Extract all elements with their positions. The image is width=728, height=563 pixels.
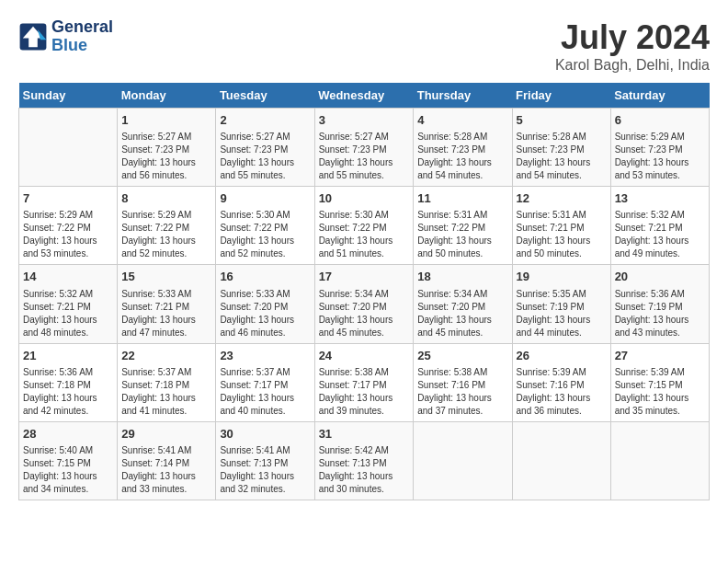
day-info: Sunrise: 5:33 AM Sunset: 7:21 PM Dayligh… bbox=[121, 288, 211, 339]
day-info: Sunrise: 5:40 AM Sunset: 7:15 PM Dayligh… bbox=[23, 444, 113, 496]
table-row: 21Sunrise: 5:36 AM Sunset: 7:18 PM Dayli… bbox=[19, 343, 118, 421]
day-info: Sunrise: 5:30 AM Sunset: 7:22 PM Dayligh… bbox=[220, 209, 310, 260]
day-number: 16 bbox=[220, 269, 310, 285]
day-info: Sunrise: 5:35 AM Sunset: 7:19 PM Dayligh… bbox=[517, 288, 607, 339]
table-row: 18Sunrise: 5:34 AM Sunset: 7:20 PM Dayli… bbox=[414, 265, 512, 343]
table-row: 6Sunrise: 5:29 AM Sunset: 7:23 PM Daylig… bbox=[610, 109, 709, 187]
table-row: 4Sunrise: 5:28 AM Sunset: 7:23 PM Daylig… bbox=[414, 109, 512, 187]
table-row: 26Sunrise: 5:39 AM Sunset: 7:16 PM Dayli… bbox=[512, 343, 610, 421]
day-info: Sunrise: 5:38 AM Sunset: 7:16 PM Dayligh… bbox=[417, 366, 507, 418]
logo-text-blue: Blue bbox=[51, 37, 113, 55]
table-row: 19Sunrise: 5:35 AM Sunset: 7:19 PM Dayli… bbox=[512, 265, 610, 343]
table-row: 27Sunrise: 5:39 AM Sunset: 7:15 PM Dayli… bbox=[610, 343, 709, 421]
table-row: 7Sunrise: 5:29 AM Sunset: 7:22 PM Daylig… bbox=[19, 187, 118, 265]
day-number: 31 bbox=[319, 426, 410, 442]
table-row: 20Sunrise: 5:36 AM Sunset: 7:19 PM Dayli… bbox=[610, 265, 709, 343]
table-row: 15Sunrise: 5:33 AM Sunset: 7:21 PM Dayli… bbox=[118, 265, 216, 343]
day-number: 22 bbox=[121, 348, 211, 364]
day-info: Sunrise: 5:39 AM Sunset: 7:16 PM Dayligh… bbox=[517, 366, 607, 418]
table-row: 29Sunrise: 5:41 AM Sunset: 7:14 PM Dayli… bbox=[118, 421, 216, 500]
day-number: 12 bbox=[517, 190, 607, 207]
day-info: Sunrise: 5:39 AM Sunset: 7:15 PM Dayligh… bbox=[615, 366, 705, 418]
day-info: Sunrise: 5:27 AM Sunset: 7:23 PM Dayligh… bbox=[319, 131, 410, 182]
table-row: 24Sunrise: 5:38 AM Sunset: 7:17 PM Dayli… bbox=[314, 343, 414, 421]
calendar-week-row: 21Sunrise: 5:36 AM Sunset: 7:18 PM Dayli… bbox=[19, 343, 710, 421]
month-year-title: July 2024 bbox=[555, 18, 710, 57]
col-monday: Monday bbox=[118, 83, 216, 109]
day-info: Sunrise: 5:29 AM Sunset: 7:22 PM Dayligh… bbox=[121, 209, 211, 260]
day-info: Sunrise: 5:33 AM Sunset: 7:20 PM Dayligh… bbox=[220, 288, 310, 339]
title-area: July 2024 Karol Bagh, Delhi, India bbox=[555, 18, 710, 74]
day-number: 6 bbox=[615, 112, 705, 129]
day-number: 30 bbox=[220, 426, 310, 442]
table-row: 14Sunrise: 5:32 AM Sunset: 7:21 PM Dayli… bbox=[19, 265, 118, 343]
calendar-week-row: 14Sunrise: 5:32 AM Sunset: 7:21 PM Dayli… bbox=[19, 265, 710, 343]
col-friday: Friday bbox=[512, 83, 610, 109]
table-row: 9Sunrise: 5:30 AM Sunset: 7:22 PM Daylig… bbox=[216, 187, 314, 265]
day-info: Sunrise: 5:41 AM Sunset: 7:14 PM Dayligh… bbox=[121, 444, 211, 496]
day-number: 27 bbox=[615, 348, 705, 364]
day-info: Sunrise: 5:34 AM Sunset: 7:20 PM Dayligh… bbox=[417, 288, 507, 339]
table-row: 23Sunrise: 5:37 AM Sunset: 7:17 PM Dayli… bbox=[216, 343, 314, 421]
table-row: 17Sunrise: 5:34 AM Sunset: 7:20 PM Dayli… bbox=[314, 265, 414, 343]
table-row: 3Sunrise: 5:27 AM Sunset: 7:23 PM Daylig… bbox=[314, 109, 414, 187]
day-info: Sunrise: 5:42 AM Sunset: 7:13 PM Dayligh… bbox=[319, 444, 410, 496]
table-row: 12Sunrise: 5:31 AM Sunset: 7:21 PM Dayli… bbox=[512, 187, 610, 265]
day-info: Sunrise: 5:28 AM Sunset: 7:23 PM Dayligh… bbox=[517, 131, 607, 182]
day-number: 5 bbox=[517, 112, 607, 129]
day-info: Sunrise: 5:28 AM Sunset: 7:23 PM Dayligh… bbox=[417, 131, 507, 182]
table-row: 22Sunrise: 5:37 AM Sunset: 7:18 PM Dayli… bbox=[118, 343, 216, 421]
day-info: Sunrise: 5:27 AM Sunset: 7:23 PM Dayligh… bbox=[121, 131, 211, 182]
day-info: Sunrise: 5:37 AM Sunset: 7:17 PM Dayligh… bbox=[220, 366, 310, 418]
day-number: 19 bbox=[517, 269, 607, 285]
table-row bbox=[19, 109, 118, 187]
table-row: 25Sunrise: 5:38 AM Sunset: 7:16 PM Dayli… bbox=[414, 343, 512, 421]
day-info: Sunrise: 5:36 AM Sunset: 7:19 PM Dayligh… bbox=[615, 288, 705, 339]
logo-icon bbox=[18, 22, 48, 52]
table-row: 31Sunrise: 5:42 AM Sunset: 7:13 PM Dayli… bbox=[314, 421, 414, 500]
day-number: 10 bbox=[319, 190, 410, 207]
day-number: 13 bbox=[615, 190, 705, 207]
table-row: 28Sunrise: 5:40 AM Sunset: 7:15 PM Dayli… bbox=[19, 421, 118, 500]
day-number: 2 bbox=[220, 112, 310, 129]
table-row bbox=[414, 421, 512, 500]
calendar-table: Sunday Monday Tuesday Wednesday Thursday… bbox=[18, 83, 710, 500]
day-info: Sunrise: 5:37 AM Sunset: 7:18 PM Dayligh… bbox=[121, 366, 211, 418]
day-info: Sunrise: 5:31 AM Sunset: 7:22 PM Dayligh… bbox=[417, 209, 507, 260]
day-number: 3 bbox=[319, 112, 410, 129]
col-thursday: Thursday bbox=[414, 83, 512, 109]
location-subtitle: Karol Bagh, Delhi, India bbox=[555, 57, 710, 74]
table-row: 8Sunrise: 5:29 AM Sunset: 7:22 PM Daylig… bbox=[118, 187, 216, 265]
page-header: General Blue July 2024 Karol Bagh, Delhi… bbox=[18, 18, 710, 74]
day-number: 26 bbox=[517, 348, 607, 364]
col-sunday: Sunday bbox=[19, 83, 118, 109]
day-number: 24 bbox=[319, 348, 410, 364]
day-info: Sunrise: 5:29 AM Sunset: 7:22 PM Dayligh… bbox=[23, 209, 113, 260]
calendar-week-row: 1Sunrise: 5:27 AM Sunset: 7:23 PM Daylig… bbox=[19, 109, 710, 187]
day-number: 11 bbox=[417, 190, 507, 207]
day-info: Sunrise: 5:41 AM Sunset: 7:13 PM Dayligh… bbox=[220, 444, 310, 496]
col-tuesday: Tuesday bbox=[216, 83, 314, 109]
day-number: 14 bbox=[23, 269, 113, 285]
col-saturday: Saturday bbox=[610, 83, 709, 109]
day-number: 7 bbox=[23, 190, 113, 207]
table-row bbox=[512, 421, 610, 500]
table-row: 16Sunrise: 5:33 AM Sunset: 7:20 PM Dayli… bbox=[216, 265, 314, 343]
day-number: 28 bbox=[23, 426, 113, 442]
day-info: Sunrise: 5:27 AM Sunset: 7:23 PM Dayligh… bbox=[220, 131, 310, 182]
day-number: 9 bbox=[220, 190, 310, 207]
logo: General Blue bbox=[18, 18, 113, 55]
day-number: 25 bbox=[417, 348, 507, 364]
calendar-week-row: 28Sunrise: 5:40 AM Sunset: 7:15 PM Dayli… bbox=[19, 421, 710, 500]
day-info: Sunrise: 5:36 AM Sunset: 7:18 PM Dayligh… bbox=[23, 366, 113, 418]
day-number: 17 bbox=[319, 269, 410, 285]
day-number: 23 bbox=[220, 348, 310, 364]
table-row: 30Sunrise: 5:41 AM Sunset: 7:13 PM Dayli… bbox=[216, 421, 314, 500]
table-row: 11Sunrise: 5:31 AM Sunset: 7:22 PM Dayli… bbox=[414, 187, 512, 265]
day-info: Sunrise: 5:38 AM Sunset: 7:17 PM Dayligh… bbox=[319, 366, 410, 418]
table-row: 2Sunrise: 5:27 AM Sunset: 7:23 PM Daylig… bbox=[216, 109, 314, 187]
day-number: 1 bbox=[121, 112, 211, 129]
table-row: 13Sunrise: 5:32 AM Sunset: 7:21 PM Dayli… bbox=[610, 187, 709, 265]
logo-text-general: General bbox=[51, 18, 113, 37]
day-info: Sunrise: 5:29 AM Sunset: 7:23 PM Dayligh… bbox=[615, 131, 705, 182]
